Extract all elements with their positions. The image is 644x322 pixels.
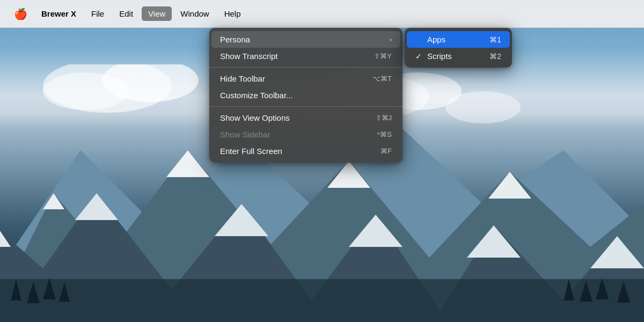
persona-submenu: Apps ⌘1 ✓ Scripts ⌘2 bbox=[405, 28, 512, 68]
menu-item-show-view-options[interactable]: Show View Options ⇧⌘J bbox=[211, 109, 400, 126]
menu-item-show-view-options-left: Show View Options bbox=[220, 113, 290, 122]
menu-item-hide-toolbar-label: Hide Toolbar bbox=[220, 74, 265, 83]
menubar-item-view[interactable]: View bbox=[142, 6, 172, 21]
menu-item-show-sidebar-left: Show Sidebar bbox=[220, 130, 270, 139]
svg-point-2 bbox=[43, 72, 129, 110]
svg-rect-19 bbox=[0, 279, 644, 322]
menu-item-customize-toolbar-label: Customize Toolbar... bbox=[220, 91, 293, 100]
menubar: 🍎 Brewer X File Edit View Window Help bbox=[0, 0, 644, 28]
menu-item-enter-full-screen[interactable]: Enter Full Screen ⌘F bbox=[211, 143, 400, 159]
apple-menu[interactable]: 🍎 bbox=[9, 5, 33, 23]
menu-item-enter-full-screen-left: Enter Full Screen bbox=[220, 147, 282, 156]
submenu-item-apps[interactable]: Apps ⌘1 bbox=[407, 31, 510, 48]
separator-2 bbox=[209, 106, 402, 107]
menu-item-show-view-options-label: Show View Options bbox=[220, 113, 290, 122]
svg-marker-9 bbox=[166, 150, 209, 177]
menu-item-hide-toolbar-left: Hide Toolbar bbox=[220, 74, 265, 83]
submenu-item-scripts-label: Scripts bbox=[427, 52, 452, 61]
apple-icon: 🍎 bbox=[14, 8, 27, 20]
menu-item-show-sidebar-label: Show Sidebar bbox=[220, 130, 270, 139]
menu-item-hide-toolbar-shortcut: ⌥⌘T bbox=[372, 75, 392, 83]
dropdown-container: Persona › Show Transcript ⇧⌘Y Hide Toolb… bbox=[209, 28, 512, 163]
menu-item-customize-toolbar-left: Customize Toolbar... bbox=[220, 91, 293, 100]
menu-item-show-sidebar[interactable]: Show Sidebar ^⌘S bbox=[211, 126, 400, 143]
menu-item-hide-toolbar[interactable]: Hide Toolbar ⌥⌘T bbox=[211, 70, 400, 87]
submenu-item-apps-left: Apps bbox=[415, 35, 445, 44]
menu-item-show-transcript[interactable]: Show Transcript ⇧⌘Y bbox=[211, 48, 400, 64]
view-menu: Persona › Show Transcript ⇧⌘Y Hide Toolb… bbox=[209, 28, 402, 163]
menubar-item-help[interactable]: Help bbox=[218, 6, 247, 21]
menu-item-show-transcript-label: Show Transcript bbox=[220, 52, 278, 61]
submenu-item-scripts-left: ✓ Scripts bbox=[415, 52, 452, 61]
menu-item-customize-toolbar[interactable]: Customize Toolbar... bbox=[211, 87, 400, 104]
menu-item-persona[interactable]: Persona › bbox=[211, 31, 400, 48]
menu-item-enter-full-screen-shortcut: ⌘F bbox=[380, 147, 392, 155]
menubar-item-window[interactable]: Window bbox=[174, 6, 215, 21]
submenu-item-scripts-shortcut: ⌘2 bbox=[489, 52, 501, 61]
menu-item-show-view-options-shortcut: ⇧⌘J bbox=[376, 114, 392, 122]
menu-item-show-transcript-shortcut: ⇧⌘Y bbox=[374, 52, 392, 60]
menu-item-persona-left: Persona bbox=[220, 35, 250, 44]
chevron-right-icon: › bbox=[390, 35, 392, 43]
submenu-item-apps-shortcut: ⌘1 bbox=[489, 35, 501, 44]
menubar-app-name[interactable]: Brewer X bbox=[35, 6, 83, 21]
menu-item-persona-label: Persona bbox=[220, 35, 250, 44]
menu-item-show-transcript-left: Show Transcript bbox=[220, 52, 278, 61]
scripts-checkmark: ✓ bbox=[415, 52, 424, 61]
menubar-item-file[interactable]: File bbox=[85, 6, 111, 21]
submenu-item-apps-label: Apps bbox=[427, 35, 445, 44]
menubar-item-edit[interactable]: Edit bbox=[113, 6, 140, 21]
menu-item-show-sidebar-shortcut: ^⌘S bbox=[377, 130, 392, 138]
menu-item-enter-full-screen-label: Enter Full Screen bbox=[220, 147, 282, 156]
separator-1 bbox=[209, 67, 402, 68]
submenu-item-scripts[interactable]: ✓ Scripts ⌘2 bbox=[407, 48, 510, 64]
